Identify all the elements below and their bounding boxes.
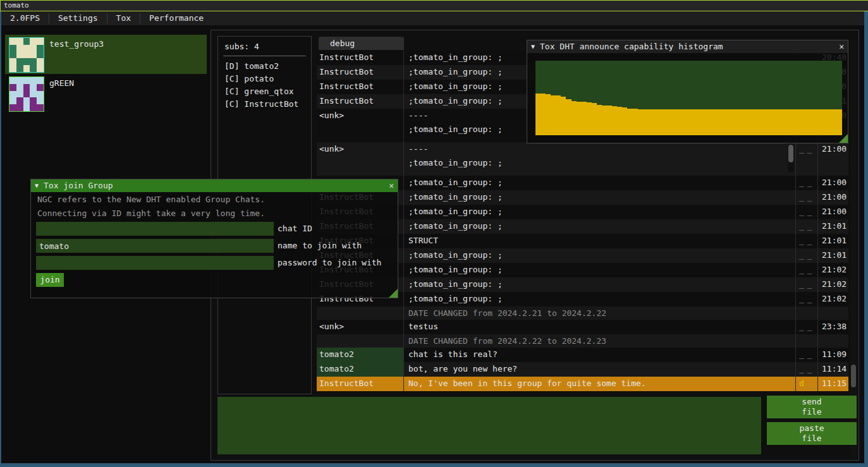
histogram-bar — [617, 107, 622, 135]
send-file-button[interactable]: send file — [767, 396, 857, 418]
avatar-pixel — [16, 97, 23, 104]
chat-id-input[interactable] — [36, 222, 274, 236]
histogram-bar — [648, 109, 653, 135]
flag: _ — [807, 292, 812, 306]
message-input[interactable] — [217, 397, 761, 454]
resize-grip[interactable] — [839, 134, 848, 143]
message-text: ;tomato_in_group: ; — [403, 205, 795, 219]
menu-performance[interactable]: Performance — [140, 11, 212, 25]
menu-tox[interactable]: Tox — [107, 11, 140, 25]
scrollbar-grabber[interactable] — [851, 365, 856, 387]
message-flags: d_ — [795, 377, 817, 391]
members-count: subs: 4 — [224, 42, 311, 51]
sender-name: InstructBot — [317, 94, 403, 109]
histogram-bar — [709, 109, 714, 135]
menu-settings[interactable]: Settings — [49, 11, 107, 25]
histogram-bar — [653, 109, 658, 135]
message-text: ---- ;tomato_in_group: ; ---- — [403, 142, 795, 176]
desktop-edge — [864, 11, 868, 463]
flag: _ — [799, 219, 804, 234]
flag: _ — [807, 234, 812, 248]
tab-debug[interactable]: debug — [319, 37, 404, 50]
table-row[interactable]: tomato2bot, are you new here?__11:14 — [317, 362, 848, 377]
window-title: tomato — [4, 1, 29, 9]
desktop-edge — [0, 463, 868, 467]
message-scrollbar[interactable] — [788, 143, 794, 173]
sender-name: tomato2 — [317, 362, 403, 377]
window-titlebar[interactable]: ▼ Tox join Group ✕ — [31, 179, 398, 192]
flag: _ — [807, 219, 812, 234]
avatar-pixel — [23, 97, 30, 104]
avatar-pixel — [30, 91, 37, 98]
join-password-input[interactable] — [36, 256, 274, 270]
avatar-pixel — [30, 104, 37, 111]
member-item[interactable]: [D] tomato2 — [218, 60, 311, 73]
flag: _ — [799, 320, 804, 334]
system-row[interactable]: DATE CHANGED from 2024.2.22 to 2024.2.23 — [317, 334, 848, 348]
window-titlebar[interactable]: ▼ Tox DHT announce capability histogram … — [527, 40, 848, 53]
sender-name — [317, 306, 403, 320]
histogram-bar — [796, 109, 801, 135]
message-text: ;tomato_in_group: ; — [403, 277, 795, 292]
table-row[interactable]: <unk>testus__23:38 — [317, 320, 848, 334]
histogram-bar — [683, 109, 688, 135]
table-row[interactable]: tomato2chat is this real?__11:09 — [317, 348, 848, 362]
resize-grip[interactable] — [389, 289, 398, 298]
sender-name: <unk> — [317, 320, 403, 334]
histogram-bar — [745, 109, 750, 135]
flag: _ — [799, 362, 804, 377]
avatar-pixel — [16, 77, 23, 84]
sender-name: InstructBot — [317, 80, 403, 94]
join-button[interactable]: join — [36, 273, 64, 287]
chat-scrollbar[interactable] — [850, 40, 857, 458]
flag: _ — [799, 190, 804, 205]
avatar-pixel — [37, 45, 44, 52]
avatar-pixel — [37, 104, 44, 111]
message-flags: __ — [795, 263, 817, 277]
window-title-text: Tox DHT announce capability histogram — [535, 40, 839, 53]
histogram-bar — [556, 95, 561, 135]
flag: _ — [807, 320, 812, 334]
flag: _ — [799, 348, 804, 362]
histogram-bar — [566, 99, 571, 135]
histogram-bar — [811, 109, 816, 135]
message-flags: __ — [795, 219, 817, 234]
os-titlebar[interactable]: tomato — [0, 0, 868, 11]
sender-name: <unk> — [317, 109, 403, 142]
flag: _ — [799, 176, 804, 190]
join-name-input[interactable] — [36, 239, 274, 253]
scrollbar-grabber[interactable] — [788, 145, 793, 162]
system-text: DATE CHANGED from 2024.2.21 to 2024.2.22 — [403, 306, 795, 320]
table-row[interactable]: <unk>---- ;tomato_in_group: ; ----__21:0… — [317, 142, 848, 176]
window-title-text: Tox join Group — [39, 179, 389, 192]
group-item-test_group3[interactable]: test_group3 — [5, 35, 207, 74]
member-item[interactable]: [C] green_qtox — [218, 85, 311, 98]
message-text: ;tomato_in_group: ; — [403, 219, 795, 234]
histogram-bar — [688, 109, 694, 135]
table-row[interactable]: InstructBotNo, I've been in this group f… — [317, 377, 848, 391]
system-row[interactable]: DATE CHANGED from 2024.2.21 to 2024.2.22 — [317, 306, 848, 320]
message-flags: __ — [795, 320, 817, 334]
message-text: ;tomato_in_group: ; — [403, 190, 795, 205]
avatar-pixel — [16, 52, 23, 59]
member-item[interactable]: [C] InstructBot — [218, 98, 311, 111]
close-icon[interactable]: ✕ — [389, 179, 394, 192]
histogram-bar — [678, 109, 683, 135]
message-text: ;tomato_in_group: ; — [403, 292, 795, 306]
group-item-gREEN[interactable]: gREEN — [5, 74, 207, 113]
avatar-pixel — [37, 52, 44, 59]
message-flags: __ — [795, 205, 817, 219]
message-flags: __ — [795, 234, 817, 248]
message-text: chat is this real? — [403, 348, 795, 362]
separator — [223, 56, 306, 56]
member-item[interactable]: [C] potato — [218, 73, 311, 85]
paste-file-button[interactable]: paste file — [767, 422, 857, 445]
histogram-bar — [597, 105, 602, 135]
timestamp: 21:00 — [817, 176, 848, 190]
desktop: tomato 2.0FPS Settings Tox Performance t… — [0, 0, 868, 467]
message-flags: __ — [795, 142, 817, 176]
close-icon[interactable]: ✕ — [839, 40, 844, 53]
avatar-pixel — [23, 65, 30, 72]
avatar-pixel — [23, 84, 30, 91]
avatar-pixel — [30, 52, 37, 59]
